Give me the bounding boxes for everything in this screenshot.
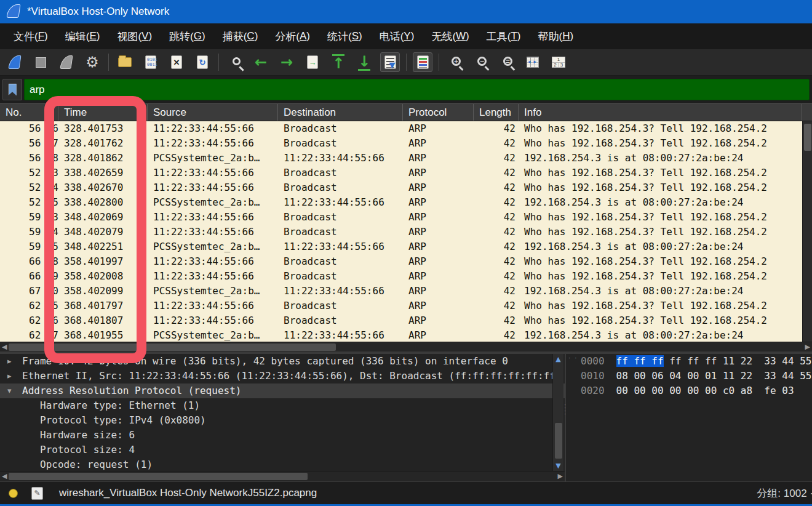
next-packet-icon[interactable]: → bbox=[277, 52, 297, 72]
packet-list-body[interactable]: 566328.40175311:22:33:44:55:66BroadcastA… bbox=[0, 121, 802, 342]
layout-icon[interactable]: 123 bbox=[549, 52, 568, 72]
menu-item-T[interactable]: 工具(T) bbox=[478, 23, 530, 49]
open-file-folder-icon[interactable] bbox=[115, 52, 135, 72]
table-row[interactable]: 625368.40179711:22:33:44:55:66BroadcastA… bbox=[0, 299, 802, 313]
column-header-destination[interactable]: Destination bbox=[278, 104, 403, 121]
packet-list-vertical-scrollbar[interactable] bbox=[802, 121, 812, 342]
auto-scroll-icon[interactable]: ▼ bbox=[380, 52, 400, 72]
details-vertical-scrollbar[interactable]: ▲ ▼ bbox=[552, 354, 563, 471]
column-header-protocol[interactable]: Protocol bbox=[403, 104, 474, 121]
colorize-packets-icon[interactable] bbox=[413, 52, 432, 72]
table-row[interactable]: 566328.40175311:22:33:44:55:66BroadcastA… bbox=[0, 121, 802, 136]
table-row[interactable]: 593348.40206911:22:33:44:55:66BroadcastA… bbox=[0, 210, 802, 225]
display-filter-input[interactable] bbox=[24, 79, 810, 100]
scrollbar-thumb[interactable] bbox=[9, 473, 308, 480]
packet-details-pane[interactable]: ▸Frame 10: 42 bytes on wire (336 bits), … bbox=[0, 354, 565, 471]
expand-arrow-icon[interactable]: ▸ bbox=[7, 369, 12, 384]
menu-item-H[interactable]: 帮助(H) bbox=[530, 23, 583, 49]
details-horizontal-scrollbar[interactable]: ◀ ▶ bbox=[0, 471, 565, 481]
menu-item-S[interactable]: 统计(S) bbox=[319, 23, 371, 49]
cell-info: 192.168.254.3 is at 08:00:27:2a:be:24 bbox=[519, 195, 802, 210]
expand-arrow-icon[interactable]: ▸ bbox=[7, 354, 12, 369]
hex-row[interactable]: 0000ff ff ff ff ff ff 11 22 33 44 55 66 … bbox=[566, 354, 812, 369]
column-header-no[interactable]: No. bbox=[0, 104, 58, 121]
table-row[interactable]: 525338.402800PCSSystemtec_2a:b…11:22:33:… bbox=[0, 195, 802, 210]
scroll-down-arrow-icon[interactable]: ▼ bbox=[553, 462, 563, 470]
column-header-length[interactable]: Length bbox=[474, 104, 519, 121]
hex-row[interactable]: 002000 00 00 00 00 00 c0 a8 fe 03 bbox=[566, 384, 812, 398]
cell-time: 368.401797 bbox=[58, 299, 148, 313]
table-row[interactable]: 524338.40267011:22:33:44:55:66BroadcastA… bbox=[0, 180, 802, 195]
hex-row[interactable]: 001008 00 06 04 00 01 11 22 33 44 55 66 … bbox=[566, 369, 812, 384]
detail-line[interactable]: ▾Address Resolution Protocol (request) bbox=[0, 384, 565, 398]
reload-file-icon[interactable]: ↻ bbox=[193, 52, 212, 72]
find-packet-icon[interactable] bbox=[225, 52, 245, 72]
menu-item-Y[interactable]: 电话(Y) bbox=[371, 23, 423, 49]
last-packet-icon[interactable]: ↓ bbox=[354, 52, 374, 72]
main-toolbar: ⚙✕↻←→→↑↓▼+−=123 bbox=[0, 49, 812, 76]
cell-destination: Broadcast bbox=[278, 166, 403, 180]
detail-line[interactable]: ▸Frame 10: 42 bytes on wire (336 bits), … bbox=[0, 354, 565, 369]
table-row[interactable]: 669358.40200811:22:33:44:55:66BroadcastA… bbox=[0, 269, 802, 284]
restart-capture-icon[interactable] bbox=[57, 52, 76, 72]
detail-line[interactable]: Hardware type: Ethernet (1) bbox=[0, 398, 565, 413]
cell-destination: Broadcast bbox=[278, 121, 403, 136]
table-row[interactable]: 626368.40180711:22:33:44:55:66BroadcastA… bbox=[0, 313, 802, 328]
scroll-right-arrow-icon[interactable]: ▶ bbox=[558, 472, 563, 481]
close-file-icon[interactable]: ✕ bbox=[167, 52, 186, 72]
table-row[interactable]: 595348.402251PCSSystemtec_2a:b…11:22:33:… bbox=[0, 239, 802, 254]
table-row[interactable]: 668358.40199711:22:33:44:55:66BroadcastA… bbox=[0, 254, 802, 269]
capture-options-gear-icon[interactable]: ⚙ bbox=[82, 52, 102, 72]
hex-dump-pane[interactable]: · · · · · 0000ff ff ff ff ff ff 11 22 33… bbox=[566, 354, 812, 481]
packet-count-label: 分组: 1002 · bbox=[757, 486, 812, 500]
splitter-drag-handle[interactable]: · · · · · bbox=[568, 355, 597, 361]
scrollbar-thumb[interactable] bbox=[9, 343, 336, 351]
cell-protocol: ARP bbox=[403, 151, 474, 166]
detail-line[interactable]: ▸Ethernet II, Src: 11:22:33:44:55:66 (11… bbox=[0, 369, 565, 384]
table-row[interactable]: 627368.401955PCSSystemtec_2a:b…11:22:33:… bbox=[0, 328, 802, 342]
expert-info-icon[interactable] bbox=[9, 489, 18, 498]
column-header-source[interactable]: Source bbox=[148, 104, 278, 121]
detail-line[interactable]: Protocol size: 4 bbox=[0, 443, 565, 457]
stop-capture-icon[interactable] bbox=[31, 52, 50, 72]
go-to-packet-icon[interactable]: → bbox=[303, 52, 322, 72]
cell-info: 192.168.254.3 is at 08:00:27:2a:be:24 bbox=[519, 284, 802, 299]
packet-list-horizontal-scrollbar[interactable]: ◀ ▶ bbox=[0, 342, 812, 351]
menu-item-A[interactable]: 分析(A) bbox=[266, 23, 319, 49]
menu-item-G[interactable]: 跳转(G) bbox=[161, 23, 214, 49]
filter-bookmark-button[interactable] bbox=[2, 79, 22, 100]
scrollbar-thumb[interactable] bbox=[555, 423, 562, 459]
first-packet-icon[interactable]: ↑ bbox=[328, 52, 348, 72]
menu-item-W[interactable]: 无线(W) bbox=[423, 23, 477, 49]
table-row[interactable]: 567328.40176211:22:33:44:55:66BroadcastA… bbox=[0, 136, 802, 151]
table-row[interactable]: 523338.40265911:22:33:44:55:66BroadcastA… bbox=[0, 166, 802, 180]
scroll-left-arrow-icon[interactable]: ◀ bbox=[2, 343, 7, 351]
column-header-time[interactable]: Time bbox=[58, 104, 148, 121]
detail-line[interactable]: Protocol type: IPv4 (0x0800) bbox=[0, 413, 565, 428]
detail-line[interactable]: Opcode: request (1) bbox=[0, 457, 565, 471]
zoom-in-icon[interactable]: + bbox=[445, 52, 465, 72]
column-header-info[interactable]: Info bbox=[519, 104, 802, 121]
save-file-icon[interactable] bbox=[141, 52, 161, 72]
previous-packet-icon[interactable]: ← bbox=[251, 52, 271, 72]
menu-item-C[interactable]: 捕获(C) bbox=[214, 23, 267, 49]
collapse-arrow-icon[interactable]: ▾ bbox=[7, 384, 12, 398]
zoom-reset-icon[interactable]: = bbox=[497, 52, 517, 72]
menu-item-E[interactable]: 编辑(E) bbox=[57, 23, 109, 49]
resize-columns-icon[interactable] bbox=[523, 52, 543, 72]
scroll-up-arrow-icon[interactable]: ▲ bbox=[553, 355, 563, 363]
start-capture-icon[interactable] bbox=[5, 52, 25, 72]
table-row[interactable]: 568328.401862PCSSystemtec_2a:b…11:22:33:… bbox=[0, 151, 802, 166]
scroll-left-arrow-icon[interactable]: ◀ bbox=[2, 472, 7, 481]
table-row[interactable]: 594348.40207911:22:33:44:55:66BroadcastA… bbox=[0, 225, 802, 239]
menu-item-F[interactable]: 文件(F) bbox=[5, 23, 57, 49]
menu-item-V[interactable]: 视图(V) bbox=[108, 23, 161, 49]
cell-protocol: ARP bbox=[403, 180, 474, 195]
detail-line[interactable]: Hardware size: 6 bbox=[0, 428, 565, 443]
table-row[interactable]: 670358.402099PCSSystemtec_2a:b…11:22:33:… bbox=[0, 284, 802, 299]
cell-source: PCSSystemtec_2a:b… bbox=[148, 239, 278, 254]
capture-comment-icon[interactable]: ✎ bbox=[31, 487, 43, 500]
zoom-out-icon[interactable]: − bbox=[471, 52, 491, 72]
scroll-right-arrow-icon[interactable]: ▶ bbox=[805, 343, 810, 351]
scrollbar-thumb[interactable] bbox=[804, 124, 811, 151]
